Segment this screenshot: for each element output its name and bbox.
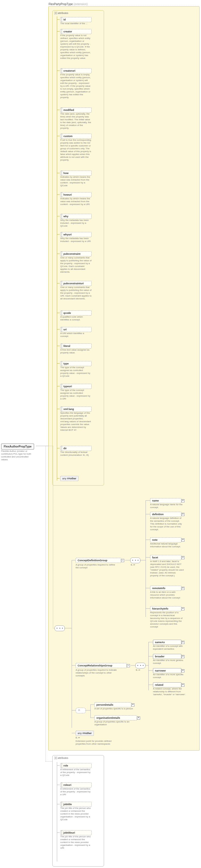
elem-remoteinfo[interactable]: remoteInfo + — [150, 586, 181, 591]
elem-narrower-desc: An identifier of a more specific concept… — [153, 673, 187, 679]
expand-icon[interactable]: + — [181, 655, 185, 658]
extension-label: FlexPartyPropType (extension) — [48, 3, 88, 6]
choice-compositor[interactable]: ⊓ — [76, 708, 86, 713]
expand-icon[interactable]: + — [181, 513, 185, 516]
elem-broader-desc: An identifier of a more generic concept. — [153, 659, 187, 665]
sequence-defgroup[interactable] — [130, 558, 140, 563]
elem-remoteinfo-desc: A link to an item or a web resource whic… — [150, 591, 184, 599]
attr-role-desc: A refinement of the semantics of the pro… — [60, 768, 92, 777]
expand-icon[interactable]: + — [181, 641, 185, 644]
group-conceptrelationships[interactable]: ConceptRelationshipsGroup − — [76, 663, 127, 668]
group-conceptrelationships-desc: A group of properites required to indica… — [76, 669, 117, 677]
attr-custom[interactable]: custom — [60, 134, 92, 139]
attr-pubconstraint-desc: One or many constraints that apply to pu… — [60, 256, 92, 274]
elem-persondetails[interactable]: personDetails + — [94, 702, 131, 707]
attr-why-desc: Why the metadata has been included - exp… — [60, 219, 92, 227]
attr-roleuri[interactable]: roleuri — [60, 782, 92, 787]
sequence-compositor-main[interactable] — [55, 625, 65, 631]
attr-jobtitleuri-desc: The job title of the person who created … — [60, 835, 92, 849]
elem-note-desc: Additional natural language information … — [150, 542, 184, 548]
expand-icon[interactable]: + — [137, 716, 140, 720]
elem-organisationdetails[interactable]: organisationDetails + — [94, 715, 137, 720]
attr-creatoruri-desc: If the property value is empty, specifie… — [60, 73, 92, 105]
elem-hierarchyinfo-desc: Represents the position of a concept in … — [150, 611, 184, 628]
relgroup-card: 0..∞ — [136, 669, 140, 671]
attr-creatoruri[interactable]: creatoruri — [60, 68, 92, 73]
attr-pubconstrainturi-desc: One or many constraints that apply to pu… — [60, 286, 92, 300]
elem-related[interactable]: related + — [153, 682, 181, 687]
diagram-canvas: FlexAuthorPropType Flexible Author (crea… — [0, 0, 201, 868]
attr-type[interactable]: type — [60, 361, 92, 366]
attr-modified-desc: The date (and, optionally, the time) whe… — [60, 113, 92, 130]
attr-jobtitle-desc: The job title of the person who created … — [60, 807, 92, 821]
attr-whyuri[interactable]: whyuri — [60, 232, 92, 237]
expand-icon[interactable]: + — [181, 538, 185, 541]
expand-icon[interactable]: + — [181, 556, 185, 559]
sequence-relgroup[interactable] — [135, 663, 145, 669]
elem-facet[interactable]: facet + — [150, 555, 181, 560]
defgroup-card: 0..∞ — [131, 563, 135, 566]
expand-icon[interactable]: − — [127, 664, 130, 667]
attr-qcode-desc: A qualified code which identifies a conc… — [60, 316, 92, 321]
attr-how[interactable]: how — [60, 170, 92, 176]
attr-group-title: attributes — [58, 12, 68, 14]
attr-id-desc: The local identifier of the ... — [60, 22, 92, 25]
attr-uri[interactable]: uri — [60, 327, 92, 332]
attr-literal[interactable]: literal — [60, 343, 92, 348]
elem-name-desc: A natural language name for the concept. — [150, 503, 184, 509]
any-other-desc: Extension point for provider-defined pro… — [76, 740, 117, 745]
elem-narrower[interactable]: narrower + — [153, 668, 181, 673]
attr-qcode[interactable]: qcode — [60, 310, 92, 316]
elem-definition[interactable]: definition + — [150, 512, 181, 517]
elem-broader[interactable]: broader + — [153, 654, 181, 659]
root-label: FlexAuthorPropType — [4, 445, 32, 448]
attr-roleuri-desc: A refinement of the semantics of the pro… — [60, 787, 92, 796]
elem-definition-desc: A natural language definition of the sem… — [150, 517, 184, 531]
elem-organisationdetails-desc: A group of properties specific to an org… — [94, 720, 136, 726]
attr-dir[interactable]: dir — [60, 446, 92, 451]
attr-any-other[interactable]: any ##other — [60, 476, 78, 481]
elem-facet-desc: In NAR 1.8 and later, facet is deprecate… — [150, 560, 184, 577]
attr-role[interactable]: role — [60, 763, 92, 768]
attr-pubconstrainturi[interactable]: pubconstrainturi — [60, 281, 92, 286]
attr-howuri-desc: Indicates by which means the value was e… — [60, 197, 92, 206]
attr-creator[interactable]: creator — [60, 29, 92, 34]
attr-modified[interactable]: modified — [60, 107, 92, 113]
attr-why[interactable]: why — [60, 214, 92, 219]
attributes-icon — [54, 12, 57, 14]
elem-name[interactable]: name + — [150, 498, 181, 503]
attr-type-desc: The type of the concept assigned as cont… — [60, 366, 92, 378]
attr-literal-desc: A free-text value assigned as property v… — [60, 348, 92, 354]
own-attr-title: attributes — [58, 756, 68, 760]
expand-icon[interactable]: + — [181, 499, 185, 502]
attr-custom-desc: If set to true the corresponding propert… — [60, 139, 92, 161]
attr-xmllang[interactable]: xml:lang — [60, 407, 92, 412]
elem-sameas[interactable]: sameAs + — [153, 640, 181, 645]
attr-jobtitleuri[interactable]: jobtitleuri — [60, 830, 92, 835]
attr-whyuri-desc: Why the metadata has been included - exp… — [60, 237, 92, 243]
expand-icon[interactable]: + — [181, 669, 185, 672]
attr-jobtitle[interactable]: jobtitle — [60, 802, 92, 807]
attr-dir-desc: The directionality of textual content (e… — [60, 451, 92, 457]
root-complextype[interactable]: FlexAuthorPropType — [1, 443, 34, 450]
attr-creator-desc: If the property value is not defined, sp… — [60, 34, 92, 65]
elem-sameas-desc: An identifier of a concept with equivale… — [153, 645, 187, 651]
elem-related-desc: A related concept, where the relationshi… — [153, 687, 187, 696]
any-other-card: 0..∞ — [76, 736, 80, 739]
attr-howuri[interactable]: howuri — [60, 192, 92, 197]
expand-icon[interactable]: + — [181, 683, 185, 687]
attr-pubconstraint[interactable]: pubconstraint — [60, 251, 92, 256]
expand-icon[interactable]: + — [131, 703, 134, 707]
expand-icon[interactable]: − — [121, 559, 124, 562]
elem-any-other[interactable]: any ##other — [76, 731, 94, 736]
root-desc: Flexible Author (creator or contributor)… — [1, 450, 35, 461]
attr-typeuri[interactable]: typeuri — [60, 384, 92, 389]
group-conceptdefinition[interactable]: ConceptDefinitionGroup − — [76, 558, 121, 563]
expand-icon[interactable]: + — [181, 607, 185, 611]
group-conceptdefinition-desc: A group of properites required to define… — [76, 563, 117, 569]
expand-icon[interactable]: + — [181, 587, 185, 590]
elem-hierarchyinfo[interactable]: hierarchyInfo + — [150, 606, 181, 611]
attr-id[interactable]: id — [60, 17, 92, 22]
attr-uri-desc: A URI which identifies a concept. — [60, 332, 92, 338]
elem-note[interactable]: note + — [150, 537, 181, 542]
